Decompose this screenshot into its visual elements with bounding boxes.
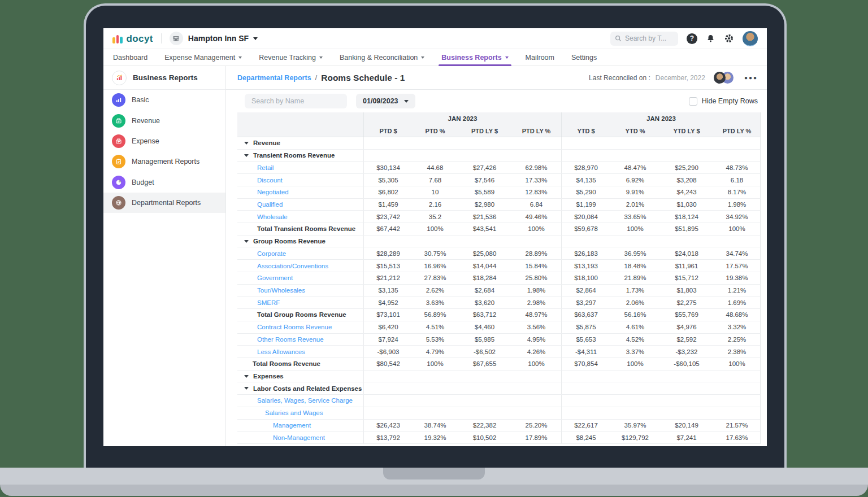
user-avatar[interactable] bbox=[743, 31, 758, 46]
collapse-caret-icon[interactable] bbox=[244, 240, 249, 243]
row-label-cell: SMERF bbox=[237, 297, 363, 308]
nav-tab-business-reports[interactable]: Business Reports bbox=[433, 49, 517, 66]
sidebar-item-expense[interactable]: Expense bbox=[103, 131, 225, 151]
value-cell: $2,275 bbox=[660, 297, 713, 308]
global-search[interactable] bbox=[610, 32, 678, 46]
row-label-cell: Retail bbox=[237, 162, 363, 173]
row-label-cell: Contract Rooms Revenue bbox=[237, 321, 363, 333]
value-cell bbox=[660, 137, 713, 149]
table-row: Government$21,21227.83%$18,28425.80%$18,… bbox=[237, 272, 761, 285]
row-label[interactable]: Less Allowances bbox=[257, 348, 305, 355]
column-header-ytd-ly: YTD LY $ bbox=[660, 125, 713, 137]
chevron-down-icon bbox=[319, 56, 323, 59]
value-cell: $5,985 bbox=[458, 334, 511, 346]
row-label[interactable]: Wholesale bbox=[257, 213, 288, 220]
value-cell: 1.69% bbox=[713, 297, 761, 308]
row-label[interactable]: Management bbox=[273, 422, 311, 429]
value-cell bbox=[561, 407, 610, 419]
collapse-caret-icon[interactable] bbox=[244, 142, 249, 145]
sidebar-item-budget[interactable]: Budget bbox=[103, 172, 225, 193]
collapse-caret-icon[interactable] bbox=[244, 387, 249, 390]
row-label[interactable]: Other Rooms Revenue bbox=[257, 336, 324, 343]
row-label[interactable]: Tour/Wholesales bbox=[257, 287, 305, 294]
row-label[interactable]: Retail bbox=[257, 164, 274, 171]
value-cell: -$60,105 bbox=[660, 358, 713, 370]
chevron-down-icon bbox=[505, 56, 509, 59]
value-cell: $15,513 bbox=[363, 260, 413, 272]
row-label[interactable]: Non-Management bbox=[273, 434, 325, 441]
nav-tab-dashboard[interactable]: Dashboard bbox=[113, 49, 156, 66]
value-cell: 12.83% bbox=[511, 186, 561, 198]
column-header-ptd-ly: PTD LY % bbox=[713, 125, 761, 137]
sidebar-item-departmental-reports[interactable]: Departmental Reports bbox=[103, 193, 225, 213]
table-row: Tour/Wholesales$3,1352.62%$2,6841.98%$2,… bbox=[237, 285, 761, 297]
value-cell: $13,792 bbox=[363, 431, 413, 443]
value-cell bbox=[413, 382, 458, 394]
sidebar-item-basic[interactable]: Basic bbox=[103, 90, 225, 110]
value-cell bbox=[713, 382, 761, 394]
date-picker[interactable]: 01/09/2023 bbox=[356, 94, 415, 108]
global-search-input[interactable] bbox=[625, 34, 672, 42]
row-label-cell: Other Rooms Revenue bbox=[237, 334, 363, 346]
value-cell bbox=[713, 150, 761, 162]
sidebar-item-revenue[interactable]: Revenue bbox=[103, 110, 225, 130]
value-cell bbox=[660, 382, 713, 394]
help-icon[interactable]: ? bbox=[687, 33, 697, 44]
search-icon bbox=[615, 35, 622, 42]
table-row: Contract Rooms Revenue$6,4204.51%$4,4603… bbox=[237, 321, 761, 334]
chevron-down-icon[interactable] bbox=[253, 37, 258, 40]
nav-tab-mailroom[interactable]: Mailroom bbox=[517, 49, 563, 66]
nav-tab-banking-reconciliation[interactable]: Banking & Reconciliation bbox=[331, 49, 433, 66]
breadcrumb-link[interactable]: Departmental Reports bbox=[237, 74, 311, 82]
value-cell: 2.16 bbox=[413, 199, 458, 211]
value-cell: 17.33% bbox=[511, 174, 561, 186]
search-by-name-input[interactable] bbox=[245, 94, 347, 108]
table-column-header: PTD $PTD %PTD LY $PTD LY %YTD $YTD %YTD … bbox=[237, 125, 761, 137]
value-cell bbox=[363, 382, 413, 394]
gear-icon[interactable] bbox=[724, 33, 734, 43]
value-cell bbox=[511, 137, 561, 149]
row-label[interactable]: Association/Conventions bbox=[257, 263, 328, 269]
docyt-logo-icon[interactable]: docyt bbox=[112, 34, 153, 43]
sidebar-item-label: Basic bbox=[132, 96, 149, 104]
column-header-ytd: YTD $ bbox=[561, 125, 610, 137]
row-label-cell: Revenue bbox=[237, 137, 363, 149]
sidebar-item-management-reports[interactable]: Management Reports bbox=[103, 151, 225, 172]
row-label[interactable]: Corporate bbox=[257, 250, 286, 257]
row-label[interactable]: Contract Rooms Revenue bbox=[257, 324, 332, 330]
value-cell: $5,875 bbox=[561, 321, 610, 333]
nav-tab-revenue-tracking[interactable]: Revenue Tracking bbox=[250, 49, 331, 66]
value-cell: $3,297 bbox=[561, 297, 610, 308]
business-name[interactable]: Hampton Inn SF bbox=[188, 34, 249, 43]
column-header-ptd: PTD $ bbox=[363, 125, 413, 137]
value-cell: $2,980 bbox=[458, 199, 511, 211]
row-label[interactable]: Discount bbox=[257, 177, 283, 184]
collapse-caret-icon[interactable] bbox=[244, 375, 249, 378]
value-cell: $26,423 bbox=[363, 420, 413, 431]
value-cell: 19.32% bbox=[413, 431, 458, 443]
value-cell: 4.51% bbox=[413, 321, 458, 333]
row-label[interactable]: Government bbox=[257, 274, 293, 281]
chevron-down-icon bbox=[404, 100, 409, 103]
table-row: Discount$5,3057.68$7,54617.33%$4,1356.92… bbox=[237, 174, 761, 186]
nav-tab-settings[interactable]: Settings bbox=[563, 49, 605, 66]
nav-tab-expense-management[interactable]: Expense Management bbox=[156, 49, 250, 66]
row-label[interactable]: Salaries, Wages, Service Charge bbox=[257, 397, 353, 404]
collapse-caret-icon[interactable] bbox=[244, 154, 249, 157]
row-label[interactable]: Negotiated bbox=[257, 189, 289, 195]
value-cell: $20,084 bbox=[561, 211, 610, 223]
value-cell: $6,420 bbox=[363, 321, 413, 333]
hide-empty-rows-checkbox[interactable] bbox=[689, 97, 697, 106]
row-label[interactable]: Qualified bbox=[257, 201, 283, 208]
value-cell: 100% bbox=[713, 358, 761, 370]
more-menu-icon[interactable]: ●●● bbox=[744, 75, 758, 81]
row-label[interactable]: SMERF bbox=[257, 299, 280, 306]
row-label: Total Group Rooms Revenue bbox=[257, 311, 346, 318]
nav-tab-label: Settings bbox=[571, 54, 597, 62]
value-cell: $59,678 bbox=[561, 223, 610, 235]
value-cell: $18,124 bbox=[660, 211, 713, 223]
bell-icon[interactable] bbox=[706, 34, 715, 43]
value-cell: 2.62% bbox=[413, 285, 458, 297]
row-label[interactable]: Salaries and Wages bbox=[265, 409, 323, 416]
value-cell: $3,208 bbox=[660, 174, 713, 186]
